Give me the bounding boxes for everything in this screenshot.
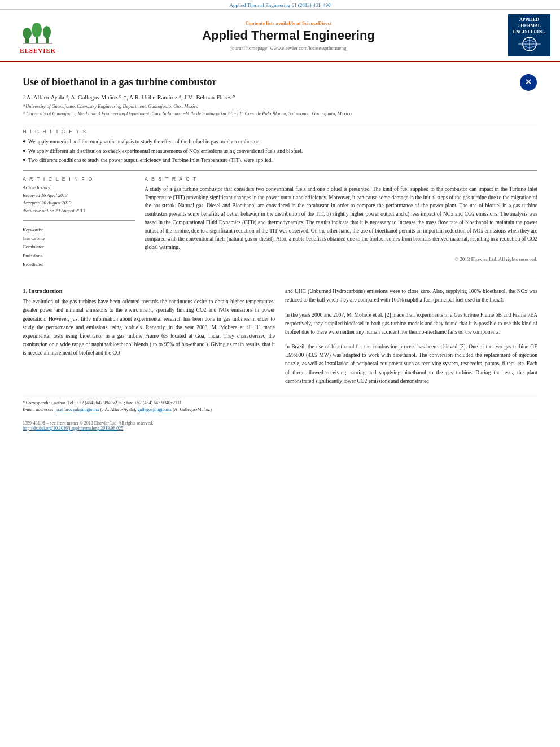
main-content: Use of bioethanol in a gas turbine combu… bbox=[0, 62, 560, 436]
svg-point-5 bbox=[43, 26, 51, 38]
abstract-col: A B S T R A C T A study of a gas turbine… bbox=[145, 176, 537, 269]
svg-point-3 bbox=[32, 23, 42, 37]
keywords-section: Keywords: Gas turbine Combustor Emission… bbox=[23, 226, 135, 269]
divider-info bbox=[23, 220, 135, 221]
received-date: Received 16 April 2013 bbox=[23, 192, 135, 200]
elsevier-logo: ELSEVIER bbox=[20, 18, 56, 54]
elsevier-wordmark: ELSEVIER bbox=[20, 47, 56, 54]
journal-title-area: Contents lists available at ScienceDirec… bbox=[69, 20, 508, 51]
intro-para-2: and UHC (Unburned Hydrocarbons) emission… bbox=[285, 287, 537, 304]
elsevier-tree-icon bbox=[21, 18, 55, 46]
article-info-section: A R T I C L E I N F O Article history: R… bbox=[23, 176, 135, 215]
article-history: Article history: Received 16 April 2013 … bbox=[23, 184, 135, 215]
journal-homepage-url: journal homepage: www.elsevier.com/locat… bbox=[69, 45, 508, 51]
intro-heading: 1. Introduction bbox=[23, 287, 275, 294]
article-info-heading: A R T I C L E I N F O bbox=[23, 176, 135, 182]
intro-para-1: The evolution of the gas turbines have b… bbox=[23, 298, 275, 357]
available-date: Available online 29 August 2013 bbox=[23, 207, 135, 215]
keyword-1: Gas turbine bbox=[23, 234, 135, 243]
doi-link[interactable]: http://dx.doi.org/10.1016/j.applthermale… bbox=[23, 426, 123, 431]
body-col-left: 1. Introduction The evolution of the gas… bbox=[23, 287, 275, 386]
journal-name: Applied Thermal Engineering bbox=[69, 28, 508, 43]
article-title: Use of bioethanol in a gas turbine combu… bbox=[23, 76, 537, 89]
keyword-list: Gas turbine Combustor Emissions Bioethan… bbox=[23, 234, 135, 269]
article-info-col: A R T I C L E I N F O Article history: R… bbox=[23, 176, 135, 269]
body-columns: 1. Introduction The evolution of the gas… bbox=[23, 287, 537, 386]
authors-line: J.A. Alfaro-Ayala ᵃ, A. Gallegos-Muñoz ᵇ… bbox=[23, 94, 537, 101]
divider-abstract bbox=[23, 278, 537, 278]
highlight-item-1: We apply numerical and thermodynamic ana… bbox=[23, 138, 537, 146]
highlights-heading: H I G H L I G H T S bbox=[23, 129, 537, 134]
highlight-item-3: Two different conditions to study the po… bbox=[23, 156, 537, 164]
sciencedirect-line: Contents lists available at ScienceDirec… bbox=[69, 20, 508, 26]
history-heading-label: Article history: bbox=[23, 184, 135, 192]
email-link-2[interactable]: gallegos@ugto.mx bbox=[137, 407, 171, 412]
footnote-email: E-mail addresses: ja.alfaroayala@ugto.mx… bbox=[23, 407, 537, 413]
journal-logo-box-area: APPLIED THERMAL ENGINEERING bbox=[508, 14, 553, 56]
intro-para-4: In Brazil, the use of bioethanol for the… bbox=[285, 343, 537, 386]
publisher-logo-area: ELSEVIER bbox=[7, 18, 69, 54]
footer: 1359-4311/$ – see front matter © 2013 El… bbox=[23, 418, 537, 431]
affiliations: ᵃ University of Guanajuato, Chemistry En… bbox=[23, 103, 537, 117]
highlight-item-2: We apply different air distribution to c… bbox=[23, 147, 537, 155]
body-col-right: and UHC (Unburned Hydrocarbons) emission… bbox=[285, 287, 537, 386]
keyword-3: Emissions bbox=[23, 252, 135, 260]
svg-point-1 bbox=[23, 28, 32, 39]
abstract-heading: A B S T R A C T bbox=[145, 176, 537, 182]
accepted-date: Accepted 20 August 2013 bbox=[23, 199, 135, 207]
journal-logo-box: APPLIED THERMAL ENGINEERING bbox=[508, 14, 550, 56]
body-section: 1. Introduction The evolution of the gas… bbox=[23, 287, 537, 386]
crossmark-area[interactable]: ✕ bbox=[519, 73, 537, 93]
journal-header: ELSEVIER Contents lists available at Sci… bbox=[0, 10, 560, 62]
intro-para-3: In the years 2006 and 2007, M. Moliere e… bbox=[285, 311, 537, 337]
abstract-text: A study of a gas turbine combustor that … bbox=[145, 185, 537, 252]
footnote-star: * Corresponding author. Tel.: +52 (464) … bbox=[23, 400, 537, 407]
issn-line: 1359-4311/$ – see front matter © 2013 El… bbox=[23, 421, 537, 426]
journal-volume-info: Applied Thermal Engineering 61 (2013) 48… bbox=[0, 0, 560, 10]
crossmark-icon[interactable]: ✕ bbox=[519, 73, 537, 91]
doi-line: http://dx.doi.org/10.1016/j.applthermale… bbox=[23, 426, 537, 431]
divider-highlights bbox=[23, 170, 537, 171]
email-link-1[interactable]: ja.alfaroayala@ugto.mx bbox=[56, 407, 99, 412]
journal-citation: Applied Thermal Engineering 61 (2013) 48… bbox=[229, 2, 330, 8]
copyright-line: © 2013 Elsevier Ltd. All rights reserved… bbox=[145, 256, 537, 262]
keywords-heading: Keywords: bbox=[23, 226, 135, 234]
keyword-4: Bioethanol bbox=[23, 260, 135, 269]
svg-text:✕: ✕ bbox=[525, 77, 532, 86]
footnote-section: * Corresponding author. Tel.: +52 (464) … bbox=[23, 397, 537, 413]
keyword-2: Combustor bbox=[23, 243, 135, 251]
divider-top bbox=[23, 123, 537, 123]
journal-logo-graphic bbox=[513, 36, 546, 53]
article-info-abstract: A R T I C L E I N F O Article history: R… bbox=[23, 176, 537, 269]
highlights-section: H I G H L I G H T S We apply numerical a… bbox=[23, 129, 537, 164]
